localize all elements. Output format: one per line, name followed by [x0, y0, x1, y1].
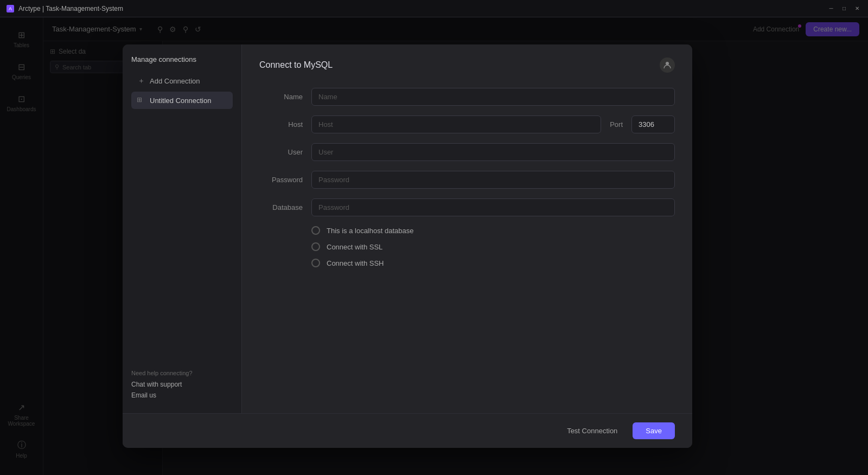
modal-overlay: Manage connections ＋ Add Connection ⊞ Un…	[0, 17, 868, 475]
chat-support-link[interactable]: Chat with support	[131, 381, 233, 388]
modal-header: Connect to MySQL	[259, 57, 675, 73]
ssl-option-row: Connect with SSL	[259, 242, 675, 251]
password-field-row: Password	[259, 171, 675, 189]
save-button[interactable]: Save	[633, 422, 675, 439]
database-input[interactable]	[311, 198, 675, 216]
modal-title: Connect to MySQL	[259, 60, 333, 70]
modal-help-title: Need help connecting?	[131, 370, 233, 376]
modal-add-label: Add Connection	[150, 77, 200, 85]
modal-sidebar: Manage connections ＋ Add Connection ⊞ Un…	[123, 44, 242, 413]
password-input[interactable]	[311, 171, 675, 189]
modal-body: Manage connections ＋ Add Connection ⊞ Un…	[123, 44, 692, 413]
port-label: Port	[610, 120, 623, 129]
modal-add-connection-button[interactable]: ＋ Add Connection	[131, 72, 233, 89]
modal-connection-item[interactable]: ⊞ Untitled Connection	[131, 92, 233, 109]
localhost-radio[interactable]	[311, 226, 320, 235]
ssl-radio[interactable]	[311, 242, 320, 251]
localhost-option-row: This is a localhost database	[259, 226, 675, 235]
connection-modal: Manage connections ＋ Add Connection ⊞ Un…	[123, 44, 692, 448]
host-label: Host	[259, 120, 303, 129]
modal-sidebar-title: Manage connections	[131, 55, 233, 63]
database-field-row: Database	[259, 198, 675, 216]
name-label: Name	[259, 93, 303, 101]
host-input[interactable]	[311, 115, 601, 133]
database-icon: ⊞	[137, 96, 145, 105]
host-port-row: Host Port	[259, 115, 675, 133]
title-bar: A Arctype | Task-Management-System ─ □ ✕	[0, 0, 868, 17]
ssh-option-row: Connect with SSH	[259, 259, 675, 267]
window-controls: ─ □ ✕	[827, 4, 861, 13]
test-connection-button[interactable]: Test Connection	[558, 422, 626, 439]
localhost-label: This is a localhost database	[327, 227, 413, 235]
email-link[interactable]: Email us	[131, 391, 233, 399]
ssh-label: Connect with SSH	[327, 259, 384, 267]
user-avatar[interactable]	[660, 57, 675, 73]
user-input[interactable]	[311, 143, 675, 161]
modal-connection-label: Untitled Connection	[150, 97, 211, 105]
name-input[interactable]	[311, 88, 675, 106]
port-input[interactable]	[631, 115, 675, 133]
close-button[interactable]: ✕	[853, 4, 861, 13]
title-bar-text: Arctype | Task-Management-System	[18, 5, 123, 12]
app-icon: A	[7, 5, 14, 12]
modal-sidebar-bottom: Need help connecting? Chat with support …	[131, 370, 233, 402]
user-field-row: User	[259, 143, 675, 161]
ssl-label: Connect with SSL	[327, 243, 382, 251]
ssh-radio[interactable]	[311, 259, 320, 267]
svg-point-0	[666, 62, 669, 65]
plus-icon: ＋	[137, 76, 145, 85]
name-field-row: Name	[259, 88, 675, 106]
host-port-group: Port	[311, 115, 675, 133]
password-label: Password	[259, 176, 303, 184]
modal-footer: Test Connection Save	[123, 413, 692, 448]
maximize-button[interactable]: □	[840, 4, 848, 13]
user-label: User	[259, 148, 303, 156]
database-label: Database	[259, 203, 303, 211]
minimize-button[interactable]: ─	[827, 4, 835, 13]
modal-main: Connect to MySQL Name Host	[242, 44, 692, 413]
